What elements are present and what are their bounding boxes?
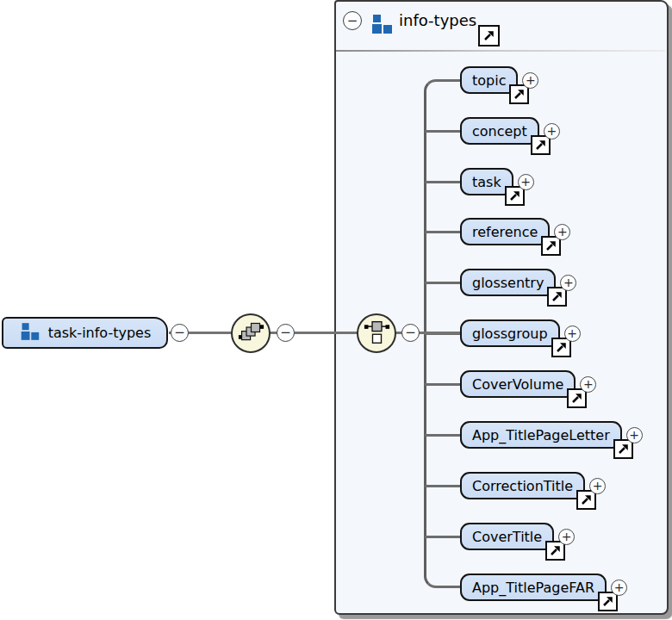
element-label: concept (472, 123, 527, 140)
element-label: reference (472, 224, 538, 240)
choice-icon (364, 319, 390, 349)
connector-line (425, 130, 461, 133)
root-element-box[interactable]: task-info-types (2, 317, 168, 349)
root-element-label: task-info-types (48, 325, 152, 341)
element-label: glossgroup (472, 326, 548, 342)
element-label: glossentry (472, 275, 544, 291)
element-row-app-titlepagefar: App_TitlePageFAR + (460, 574, 627, 601)
element-label: CoverTitle (472, 529, 542, 545)
connector-line (425, 485, 461, 487)
connector-line (425, 383, 461, 386)
panel-title: info-types (399, 11, 476, 29)
collapse-icon[interactable]: − (171, 324, 189, 342)
header-separator (336, 50, 665, 52)
element-row-correctiontitle: CorrectionTitle + (460, 472, 606, 499)
expand-icon[interactable]: + (518, 174, 534, 190)
plus-glyph: + (546, 125, 557, 137)
jump-to-definition-icon[interactable] (478, 25, 500, 46)
element-label: CoverVolume (472, 376, 563, 393)
element-label: topic (472, 72, 506, 89)
element-box[interactable]: glossgroup (460, 319, 560, 347)
element-row-task: task + (460, 168, 534, 195)
element-box[interactable]: topic (460, 66, 518, 94)
element-label: App_TitlePageLetter (472, 427, 610, 443)
element-row-concept: concept + (460, 117, 560, 145)
expand-icon[interactable]: + (626, 427, 643, 443)
connector-line (425, 181, 461, 183)
element-label: CorrectionTitle (472, 478, 573, 494)
collapse-icon[interactable]: − (401, 324, 420, 342)
element-box[interactable]: App_TitlePageFAR (460, 574, 607, 601)
minus-glyph: − (280, 326, 291, 339)
plus-glyph: + (629, 429, 639, 441)
expand-icon[interactable]: + (580, 376, 596, 393)
element-box[interactable]: reference (460, 218, 550, 245)
element-row-topic: topic + (460, 66, 538, 94)
element-box[interactable]: CorrectionTitle (460, 472, 585, 499)
expand-icon[interactable]: + (544, 123, 560, 140)
element-row-reference: reference + (460, 218, 570, 245)
plus-glyph: + (567, 327, 577, 339)
element-icon (19, 322, 40, 344)
expand-icon[interactable]: + (611, 580, 627, 596)
minus-glyph: − (174, 326, 185, 339)
plus-glyph: + (563, 276, 574, 288)
connector-line (425, 536, 461, 538)
schema-diagram-canvas: − info-types task-info-types − (0, 0, 672, 620)
plus-glyph: + (557, 226, 568, 238)
element-box[interactable]: task (460, 168, 513, 195)
element-label: task (472, 174, 501, 190)
expand-icon[interactable]: + (564, 326, 581, 342)
element-row-app-titlepageletter: App_TitlePageLetter + (460, 421, 643, 449)
expand-icon[interactable]: + (558, 529, 575, 545)
element-row-glossgroup: glossgroup + (460, 319, 581, 347)
sequence-icon (238, 319, 264, 349)
minus-glyph: − (347, 15, 358, 28)
expand-icon[interactable]: + (554, 224, 570, 240)
connector-line (425, 282, 461, 284)
element-box[interactable]: CoverVolume (460, 370, 576, 398)
element-label: App_TitlePageFAR (472, 580, 594, 596)
plus-glyph: + (583, 378, 594, 390)
sequence-compositor[interactable] (231, 313, 271, 353)
plus-glyph: + (520, 176, 531, 188)
minus-glyph: − (405, 326, 416, 339)
element-box[interactable]: glossentry (460, 269, 556, 296)
plus-glyph: + (614, 581, 625, 593)
element-row-glossentry: glossentry + (460, 269, 576, 296)
collapse-icon[interactable]: − (343, 11, 362, 30)
plus-glyph: + (593, 480, 603, 492)
element-box[interactable]: concept (460, 117, 539, 145)
element-icon (370, 14, 394, 38)
element-box[interactable]: CoverTitle (460, 523, 554, 550)
collapse-icon[interactable]: − (277, 324, 295, 342)
expand-icon[interactable]: + (522, 72, 538, 89)
plus-glyph: + (526, 74, 536, 86)
element-row-covertitle: CoverTitle + (460, 523, 575, 550)
expand-icon[interactable]: + (560, 275, 576, 291)
expand-icon[interactable]: + (589, 478, 606, 494)
choice-compositor[interactable] (357, 313, 396, 353)
plus-glyph: + (562, 530, 572, 542)
element-box[interactable]: App_TitlePageLetter (460, 421, 622, 449)
element-row-covervolume: CoverVolume + (460, 370, 596, 398)
connector-line (425, 434, 461, 437)
connector-line (425, 231, 461, 233)
